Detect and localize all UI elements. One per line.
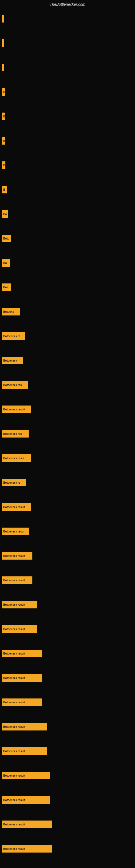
- bar-label: Bottleneck result: [3, 603, 25, 606]
- bar-item: Bott: [2, 283, 11, 291]
- bar-item: Bottleneck result: [2, 699, 42, 706]
- bar-label: Bottlene: [3, 310, 14, 313]
- bar-label: Bo: [3, 261, 7, 265]
- bar-label: Bottleneck res: [3, 383, 22, 386]
- bar-item: Bottleneck result: [2, 674, 42, 682]
- bar-item: Bottlene: [2, 308, 20, 315]
- bar-item: Bottleneck result: [2, 625, 37, 633]
- bar-item: Bottleneck result: [2, 796, 50, 804]
- bar-label: Bottleneck result: [3, 725, 25, 728]
- bar-item: Bottleneck result: [2, 747, 47, 755]
- bar-label: Bottleneck re: [3, 335, 20, 338]
- bar-item: B: [2, 137, 5, 145]
- bar-item: [2, 39, 4, 47]
- bar-item: Bottleneck result: [2, 601, 37, 609]
- bar-label: Bott: [3, 237, 9, 240]
- bar-label: Bottleneck result: [3, 408, 25, 411]
- bar-item: Bottleneck res: [2, 381, 28, 389]
- bar-item: Bottleneck result: [2, 552, 32, 560]
- bar-item: Bottleneck result: [2, 405, 31, 413]
- bar-label: Bottleneck result: [3, 677, 25, 680]
- bar-label: Bottleneck result: [3, 652, 25, 655]
- bar-item: Bottleneck result: [2, 772, 50, 779]
- bar-item: Bottleneck result: [2, 650, 42, 657]
- bar-item: Bottleneck re: [2, 332, 25, 340]
- bar-label: Bottleneck result: [3, 628, 25, 631]
- bar-label: Bottleneck res: [3, 432, 22, 435]
- bar-item: Bottleneck res: [2, 430, 29, 437]
- bar-label: Bottleneck resul: [3, 457, 24, 460]
- bar-item: Bottleneck result: [2, 577, 32, 584]
- bar-label: B: [3, 115, 5, 118]
- bar-label: B: [3, 140, 5, 143]
- bar-label: Bottleneck result: [3, 701, 25, 704]
- bar-item: [2, 15, 4, 23]
- bar-item: Bottleneck: [2, 357, 23, 364]
- bar-item: Bottleneck resu: [2, 528, 29, 535]
- bar-label: Bo: [3, 213, 7, 216]
- bar-label: Bottleneck result: [3, 847, 25, 850]
- bar-item: [2, 64, 4, 71]
- bar-label: Bottleneck result: [3, 774, 25, 777]
- bar-label: Bottleneck result: [3, 823, 25, 826]
- bar-label: Bottleneck result: [3, 750, 25, 753]
- bar-item: Bottleneck result: [2, 723, 47, 731]
- bar-label: B: [3, 91, 5, 94]
- bar-item: Bo: [2, 210, 8, 218]
- bar-label: Bottleneck result: [3, 579, 25, 582]
- bar-item: Bottleneck resul: [2, 454, 31, 462]
- bar-label: Bottleneck re: [3, 481, 20, 484]
- chart-area: TheBottlenecker.com BBBBBBoBottBoBottBot…: [0, 0, 135, 868]
- bar-item: B: [2, 88, 5, 96]
- bar-item: Bottleneck result: [2, 820, 52, 828]
- bar-item: B: [2, 186, 7, 193]
- bar-label: Bottleneck result: [3, 554, 25, 557]
- bar-label: Bottleneck: [3, 359, 17, 362]
- bar-item: Bo: [2, 259, 10, 267]
- bar-label: Bottleneck result: [3, 506, 25, 508]
- bar-label: Bott: [3, 286, 9, 289]
- bar-item: Bottleneck re: [2, 479, 26, 486]
- bar-label: B: [3, 188, 5, 191]
- bar-item: Bott: [2, 235, 11, 242]
- bar-label: Bottleneck resu: [3, 530, 24, 533]
- bar-item: Bottleneck result: [2, 503, 31, 511]
- bar-item: Bottleneck result: [2, 845, 52, 852]
- bar-item: B: [2, 161, 5, 169]
- bar-label: B: [3, 164, 5, 167]
- bar-item: B: [2, 113, 5, 120]
- site-title: TheBottlenecker.com: [0, 0, 135, 8]
- bar-label: Bottleneck result: [3, 799, 25, 802]
